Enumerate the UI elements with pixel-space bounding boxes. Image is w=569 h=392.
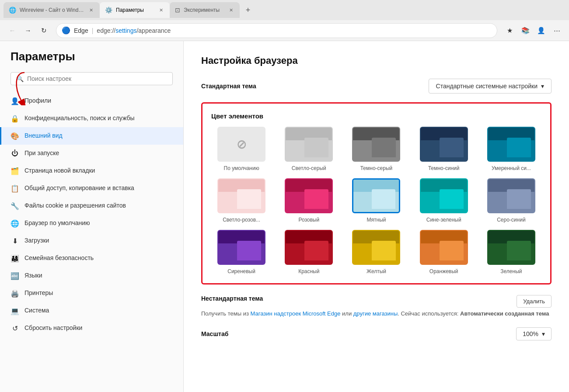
tab-1-close[interactable]: ✕ <box>88 7 94 14</box>
tab-bar: 🌐 Winreview - Сайт о Windows ✕ ⚙️ Параме… <box>0 0 569 20</box>
favorites-button[interactable]: ★ <box>503 24 517 38</box>
search-icon: 🔍 <box>16 75 24 82</box>
sidebar-item-sharing[interactable]: 📋 Общий доступ, копирование и вставка <box>0 180 183 197</box>
color-yellow-label: Желтый <box>367 268 386 274</box>
main-panel: Настройка браузера Стандартная тема Стан… <box>184 41 569 392</box>
color-orange-label: Оранжевый <box>429 268 458 274</box>
settings-more-button[interactable]: ⋯ <box>550 24 564 38</box>
color-swatch-teal <box>420 178 468 213</box>
reset-icon: ↺ <box>10 324 19 333</box>
color-medium-blue[interactable]: Умеренный си... <box>481 127 541 171</box>
sidebar-nav: 👤 Профили 🔒 Конфиденциальность, поиск и … <box>0 92 183 337</box>
color-light-pink-label: Светло-розов... <box>223 217 260 223</box>
color-pink[interactable]: Розовый <box>279 178 339 223</box>
current-theme-name: Автоматически созданная тема <box>460 310 549 317</box>
tab-2-label: Параметры <box>116 7 144 13</box>
color-red[interactable]: Красный <box>279 230 339 274</box>
color-light-pink[interactable]: Светло-розов... <box>211 178 272 223</box>
forward-button[interactable]: → <box>21 24 35 38</box>
color-swatch-light-pink <box>217 178 265 213</box>
search-input[interactable] <box>27 75 167 82</box>
color-mint-label: Мятный <box>367 217 386 223</box>
downloads-icon: ⬇ <box>10 237 19 245</box>
printers-icon: 🖨️ <box>10 289 19 298</box>
sidebar-item-family-label: Семейная безопасность <box>24 254 94 263</box>
color-teal[interactable]: Сине-зеленый <box>414 178 474 223</box>
color-default-label: По умолчанию <box>224 165 259 171</box>
color-swatch-medium-blue <box>487 127 535 162</box>
color-gray-blue[interactable]: Серо-синий <box>481 178 541 223</box>
custom-theme-label: Нестандартная тема <box>201 295 263 302</box>
tab-3-close[interactable]: ✕ <box>227 7 234 14</box>
sidebar-item-system[interactable]: 💻 Система <box>0 302 183 319</box>
color-purple[interactable]: Сиреневый <box>211 230 272 274</box>
sidebar-item-reset[interactable]: ↺ Сбросить настройки <box>0 319 183 337</box>
tab-1[interactable]: 🌐 Winreview - Сайт о Windows ✕ <box>3 2 100 18</box>
dropdown-chevron-icon: ▾ <box>541 83 544 90</box>
sidebar-item-appearance[interactable]: 🎨 Внешний вид <box>0 127 183 145</box>
sidebar-item-privacy[interactable]: 🔒 Конфиденциальность, поиск и службы <box>0 110 183 127</box>
browser-chrome: 🌐 Winreview - Сайт о Windows ✕ ⚙️ Параме… <box>0 0 569 41</box>
color-yellow[interactable]: Желтый <box>346 230 406 274</box>
new-tab-button[interactable]: + <box>241 3 255 17</box>
back-button[interactable]: ← <box>5 24 19 38</box>
collections-button[interactable]: 📚 <box>518 24 532 38</box>
tab-2-icon: ⚙️ <box>105 7 112 14</box>
sidebar-item-profiles[interactable]: 👤 Профили <box>0 92 183 110</box>
tab-3[interactable]: ⊡ Эксперименты ✕ <box>170 2 240 18</box>
sidebar-item-cookies[interactable]: 🔧 Файлы cookie и разрешения сайтов <box>0 197 183 215</box>
color-swatch-light-gray <box>285 127 333 162</box>
sidebar-item-defaultbrowser[interactable]: 🌐 Браузер по умолчанию <box>0 215 183 232</box>
other-stores-link[interactable]: другие магазины <box>353 310 398 317</box>
scale-chevron-icon: ▾ <box>542 330 545 337</box>
delete-theme-button[interactable]: Удалить <box>517 295 552 308</box>
appearance-icon: 🎨 <box>10 132 19 140</box>
sidebar-item-family[interactable]: 👨‍👩‍👧 Семейная безопасность <box>0 250 183 267</box>
color-orange[interactable]: Оранжевый <box>414 230 474 274</box>
sidebar-title: Параметры <box>0 50 183 72</box>
sidebar-item-languages-label: Языки <box>24 271 42 280</box>
color-light-gray[interactable]: Светло-серый <box>279 127 339 171</box>
sidebar-item-printers-label: Принтеры <box>24 289 53 298</box>
scale-dropdown[interactable]: 100% ▾ <box>516 327 552 340</box>
sidebar-item-privacy-label: Конфиденциальность, поиск и службы <box>24 114 135 123</box>
address-edge-label: Edge <box>74 27 88 34</box>
color-swatch-gray-blue <box>487 178 535 213</box>
search-box[interactable]: 🔍 <box>10 72 173 85</box>
reload-button[interactable]: ↻ <box>37 24 51 38</box>
color-dark-gray[interactable]: Темно-серый <box>346 127 406 171</box>
sidebar-item-downloads-label: Загрузки <box>24 236 49 245</box>
startup-icon: ⏻ <box>10 149 19 157</box>
color-medium-blue-label: Умеренный си... <box>492 165 531 171</box>
color-dark-blue[interactable]: Темно-синий <box>414 127 474 171</box>
color-section: Цвет элементов ⊘ По умолчанию Светл <box>201 102 552 284</box>
sidebar-item-languages[interactable]: 🔤 Языки <box>0 267 183 284</box>
color-green[interactable]: Зеленый <box>481 230 541 274</box>
sidebar-item-profiles-label: Профили <box>24 97 51 105</box>
profile-button[interactable]: 👤 <box>534 24 548 38</box>
custom-theme-section: Нестандартная тема Удалить Получить темы… <box>201 295 552 319</box>
sidebar-item-reset-label: Сбросить настройки <box>24 324 82 333</box>
sidebar-item-startup[interactable]: ⏻ При запуске <box>0 145 183 162</box>
sidebar-item-appearance-label: Внешний вид <box>24 132 63 140</box>
color-gray-blue-label: Серо-синий <box>497 217 525 223</box>
sidebar-item-printers[interactable]: 🖨️ Принтеры <box>0 284 183 302</box>
color-default[interactable]: ⊘ По умолчанию <box>211 127 272 171</box>
address-bar[interactable]: 🔵 Edge | edge://settings/appearance <box>56 23 497 38</box>
tab-2-close[interactable]: ✕ <box>157 7 164 14</box>
sidebar-item-newtab-label: Страница новой вкладки <box>24 167 95 175</box>
theme-dropdown[interactable]: Стандартные системные настройки ▾ <box>429 79 552 94</box>
color-swatch-green <box>487 230 535 265</box>
sidebar-item-newtab[interactable]: 🗂️ Страница новой вкладки <box>0 162 183 180</box>
color-green-label: Зеленый <box>500 268 522 274</box>
microsoft-store-link[interactable]: Магазин надстроек Microsoft Edge <box>251 310 341 317</box>
color-mint[interactable]: Мятный <box>346 178 406 223</box>
tab-3-icon: ⊡ <box>175 7 180 14</box>
color-red-label: Красный <box>298 268 319 274</box>
custom-theme-row: Нестандартная тема Удалить <box>201 295 552 308</box>
sidebar-item-downloads[interactable]: ⬇ Загрузки <box>0 232 183 250</box>
tab-2[interactable]: ⚙️ Параметры ✕ <box>100 2 170 18</box>
profiles-icon: 👤 <box>10 97 19 105</box>
color-section-title: Цвет элементов <box>211 112 541 120</box>
defaultbrowser-icon: 🌐 <box>10 219 19 228</box>
